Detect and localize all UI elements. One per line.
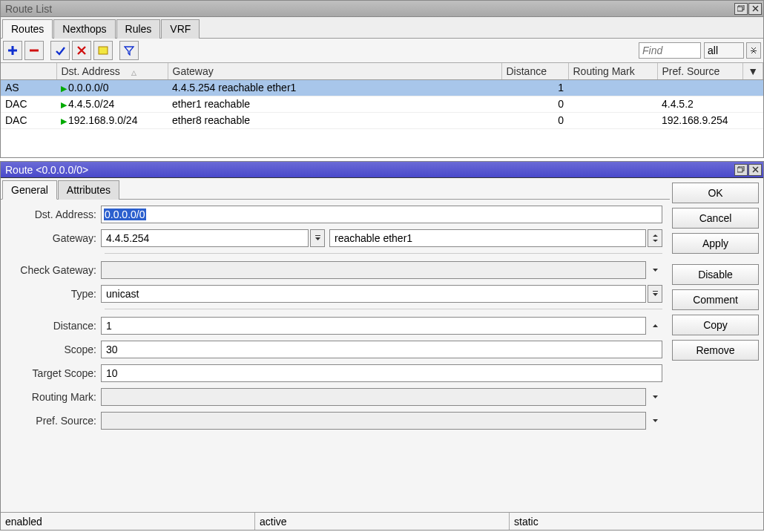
filter-all-select[interactable]: all: [704, 42, 744, 59]
dst-address-input[interactable]: 0.0.0.0/0: [101, 206, 662, 223]
route-dialog-form: Dst. Address: 0.0.0.0/0 Gateway: reachab…: [1, 200, 670, 443]
svg-rect-1: [737, 7, 742, 11]
pref-source-label: Pref. Source:: [8, 415, 101, 427]
tab-vrf[interactable]: VRF: [161, 19, 200, 39]
target-scope-input[interactable]: [101, 364, 662, 382]
distance-label: Distance:: [8, 320, 101, 332]
route-list-toolbar: all: [1, 39, 763, 63]
gateway-dropdown-button[interactable]: [310, 229, 325, 247]
add-button[interactable]: [3, 41, 22, 60]
col-pref-source[interactable]: Pref. Source: [657, 63, 743, 79]
col-flags[interactable]: [1, 63, 56, 79]
scope-input[interactable]: [101, 341, 662, 358]
remove-button[interactable]: Remove: [672, 340, 759, 361]
col-dst-address[interactable]: Dst. Address △: [56, 63, 168, 79]
distance-input[interactable]: [101, 317, 646, 335]
cell-pref-source: 192.168.9.254: [657, 112, 763, 128]
gateway-updown-button[interactable]: [648, 229, 662, 247]
col-routing-mark[interactable]: Routing Mark: [568, 63, 657, 79]
cell-distance: 0: [501, 96, 568, 112]
remove-button[interactable]: [24, 41, 44, 60]
table-row[interactable]: AS ▶0.0.0.0/0 4.4.5.254 reachable ether1…: [1, 79, 763, 96]
cell-dst: ▶0.0.0.0/0: [56, 79, 168, 96]
route-dialog-right-panel: OK Cancel Apply Disable Comment Copy Rem…: [670, 178, 763, 512]
routing-mark-input[interactable]: [101, 388, 646, 406]
gateway-status: reachable ether1: [329, 229, 646, 247]
cell-dst: ▶192.168.9.0/24: [56, 112, 168, 128]
target-scope-label: Target Scope:: [8, 367, 101, 379]
col-menu-button[interactable]: ▼: [743, 63, 763, 79]
route-dialog-title: Route <0.0.0.0/0>: [5, 164, 734, 176]
comment-button[interactable]: [93, 41, 113, 60]
cell-gateway: ether1 reachable: [168, 96, 501, 112]
cell-routing-mark: [568, 112, 657, 128]
cell-dst: ▶4.4.5.0/24: [56, 96, 168, 112]
route-dialog-tabbar: General Attributes: [1, 178, 670, 200]
routing-mark-label: Routing Mark:: [8, 391, 101, 403]
routing-mark-expand-button[interactable]: [648, 388, 662, 406]
comment-button[interactable]: Comment: [672, 289, 759, 310]
check-gateway-input[interactable]: [101, 261, 646, 279]
tab-general[interactable]: General: [2, 180, 57, 200]
close-button[interactable]: [748, 164, 762, 176]
svg-rect-5: [737, 168, 742, 172]
status-enabled: enabled: [1, 513, 255, 530]
pref-source-expand-button[interactable]: [648, 412, 662, 430]
cell-distance: 0: [501, 112, 568, 128]
filter-dropdown-button[interactable]: [746, 42, 761, 59]
distance-collapse-button[interactable]: [648, 317, 662, 335]
cell-flags: AS: [1, 79, 56, 96]
enable-button[interactable]: [50, 41, 70, 60]
cell-gateway: 4.4.5.254 reachable ether1: [168, 79, 501, 96]
routes-table: Dst. Address △ Gateway Distance Routing …: [1, 63, 763, 129]
copy-button[interactable]: Copy: [672, 315, 759, 335]
active-icon: ▶: [61, 100, 67, 110]
cell-pref-source: [657, 79, 763, 96]
gateway-input[interactable]: [101, 229, 309, 247]
close-button[interactable]: [748, 3, 762, 15]
tab-nexthops[interactable]: Nexthops: [53, 19, 115, 39]
pref-source-input[interactable]: [101, 412, 646, 430]
col-distance[interactable]: Distance: [501, 63, 568, 79]
svg-rect-7: [653, 291, 658, 292]
tab-rules[interactable]: Rules: [116, 19, 161, 39]
ok-button[interactable]: OK: [672, 183, 759, 203]
cell-gateway: ether8 reachable: [168, 112, 501, 128]
restore-button[interactable]: [734, 3, 748, 15]
route-list-window: Route List Routes Nexthops Rules VRF: [0, 0, 764, 158]
find-input[interactable]: [639, 42, 701, 59]
filter-button[interactable]: [119, 41, 139, 60]
route-dialog-window: Route <0.0.0.0/0> General Attributes Dst…: [0, 161, 764, 531]
route-dialog-body: General Attributes Dst. Address: 0.0.0.0…: [1, 178, 763, 512]
active-icon: ▶: [61, 116, 67, 126]
type-label: Type:: [8, 288, 101, 300]
scope-label: Scope:: [8, 344, 101, 355]
cell-distance: 1: [501, 79, 568, 96]
dst-address-label: Dst. Address:: [8, 208, 101, 220]
check-gateway-expand-button[interactable]: [648, 261, 662, 279]
restore-button[interactable]: [734, 164, 748, 176]
cell-flags: DAC: [1, 96, 56, 112]
apply-button[interactable]: Apply: [672, 233, 759, 254]
table-row[interactable]: DAC ▶192.168.9.0/24 ether8 reachable 0 1…: [1, 112, 763, 128]
filter-all-label: all: [708, 45, 718, 56]
disable-button[interactable]: Disable: [672, 264, 759, 285]
svg-rect-6: [315, 235, 320, 236]
status-static: static: [510, 513, 763, 530]
status-active: active: [255, 513, 510, 530]
check-gateway-label: Check Gateway:: [8, 264, 101, 276]
svg-rect-2: [99, 47, 108, 54]
cancel-button[interactable]: Cancel: [672, 208, 759, 229]
cell-flags: DAC: [1, 112, 56, 128]
route-dialog-titlebar: Route <0.0.0.0/0>: [1, 162, 763, 178]
cell-pref-source: 4.4.5.2: [657, 96, 763, 112]
tab-attributes[interactable]: Attributes: [58, 180, 119, 200]
disable-button[interactable]: [72, 41, 91, 60]
type-dropdown-button[interactable]: [648, 285, 662, 303]
tab-routes[interactable]: Routes: [2, 19, 53, 39]
type-input[interactable]: [101, 285, 646, 303]
route-dialog-left-panel: General Attributes Dst. Address: 0.0.0.0…: [1, 178, 670, 512]
table-row[interactable]: DAC ▶4.4.5.0/24 ether1 reachable 0 4.4.5…: [1, 96, 763, 112]
route-dialog-statusbar: enabled active static: [1, 512, 763, 530]
col-gateway[interactable]: Gateway: [168, 63, 501, 79]
